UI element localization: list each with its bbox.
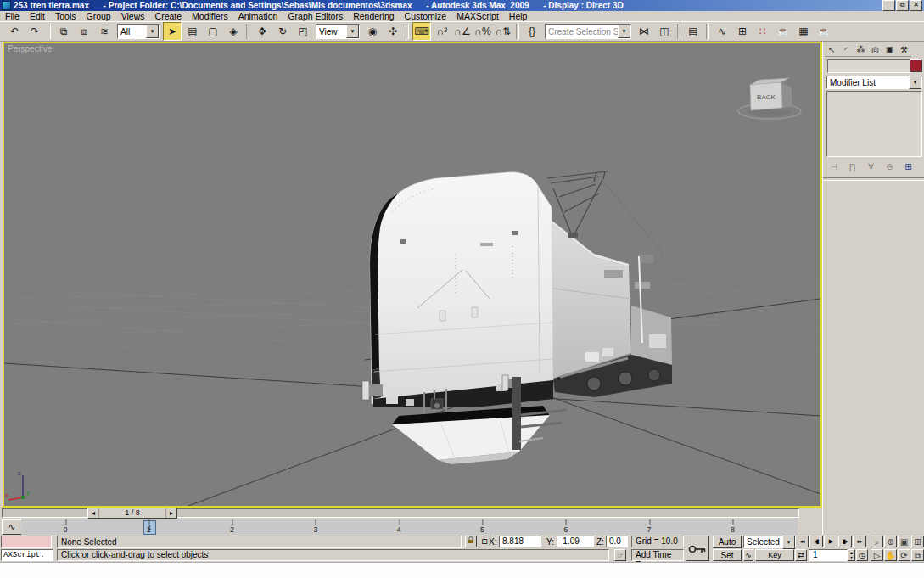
- selection-set-key-dropdown[interactable]: Selected ▾: [743, 536, 794, 548]
- rendered-frame-window-button[interactable]: ▦: [794, 22, 813, 41]
- y-coordinate-field[interactable]: -1.09: [557, 536, 594, 547]
- snaps-toggle-button[interactable]: ∩³: [433, 22, 451, 41]
- train-model[interactable]: [362, 171, 672, 464]
- make-unique-button[interactable]: ∀: [863, 160, 879, 174]
- z-coordinate-field[interactable]: 0.0: [606, 536, 628, 547]
- menu-graph-editors[interactable]: Graph Editors: [283, 11, 348, 21]
- select-object-button[interactable]: ➤: [163, 22, 182, 41]
- perspective-viewport[interactable]: Perspective: [3, 42, 822, 508]
- zoom-button[interactable]: ⌕: [871, 536, 883, 547]
- named-selection-sets-dropdown[interactable]: Create Selection Set▾: [545, 24, 631, 39]
- set-key-button[interactable]: Set Key: [713, 549, 742, 561]
- selection-filter-dropdown[interactable]: All▾: [117, 24, 160, 39]
- render-setup-button[interactable]: ☕: [774, 22, 792, 41]
- layer-manager-button[interactable]: ▤: [684, 22, 703, 41]
- object-color-swatch[interactable]: [910, 59, 922, 72]
- reference-coordinate-system-dropdown[interactable]: View▾: [316, 24, 360, 39]
- bind-to-space-warp-button[interactable]: ≋: [95, 22, 114, 41]
- time-slider-handle[interactable]: ◂ 1 / 8 ▸: [87, 508, 177, 519]
- pan-button[interactable]: ✋: [884, 549, 897, 561]
- previous-frame-arrow[interactable]: ◂: [88, 508, 99, 518]
- auto-key-button[interactable]: Auto Key: [713, 536, 742, 548]
- field-of-view-button[interactable]: ▷: [871, 549, 883, 561]
- rectangular-selection-region-button[interactable]: ▢: [204, 22, 222, 41]
- select-by-name-button[interactable]: ▤: [183, 22, 202, 41]
- select-and-scale-button[interactable]: ◰: [294, 22, 312, 41]
- previous-frame-button[interactable]: ◂▮: [809, 536, 823, 547]
- menu-views[interactable]: Views: [116, 11, 150, 21]
- add-time-tag-field[interactable]: Add Time Tag: [631, 549, 684, 561]
- window-crossing-button[interactable]: ◈: [224, 22, 243, 41]
- spinner-snap-toggle-button[interactable]: ∩⇅: [494, 22, 512, 41]
- close-button[interactable]: ✕: [910, 0, 922, 11]
- angle-snap-toggle-button[interactable]: ∩∠: [453, 22, 472, 41]
- next-frame-button[interactable]: ▮▸: [838, 536, 852, 547]
- selection-lock-toggle[interactable]: [465, 536, 477, 547]
- viewport-label[interactable]: Perspective: [8, 44, 52, 53]
- maxscript-mini-listener[interactable]: AXScript.: [1, 549, 53, 561]
- curve-editor-button[interactable]: ∿: [713, 22, 731, 41]
- menu-customize[interactable]: Customize: [400, 11, 452, 21]
- zoom-all-button[interactable]: ⊕: [884, 536, 897, 547]
- chevron-down-icon[interactable]: ▾: [782, 536, 795, 549]
- play-button[interactable]: ▶: [824, 536, 837, 547]
- percent-snap-toggle-button[interactable]: ∩%: [473, 22, 492, 41]
- restore-button[interactable]: ⧉: [896, 0, 909, 11]
- time-tag-icon[interactable]: ☞: [614, 549, 626, 561]
- maxscript-macro-recorder[interactable]: [1, 536, 52, 548]
- unlink-selection-button[interactable]: ⧈: [75, 22, 93, 41]
- chevron-down-icon[interactable]: ▾: [909, 76, 921, 89]
- use-pivot-point-center-button[interactable]: ◉: [363, 22, 382, 41]
- material-editor-button[interactable]: ∷: [753, 22, 772, 41]
- menu-modifiers[interactable]: Modifiers: [187, 11, 233, 21]
- mirror-button[interactable]: ⋈: [635, 22, 653, 41]
- menu-maxscript[interactable]: MAXScript: [451, 11, 504, 21]
- quick-render-button[interactable]: ☕: [815, 22, 833, 41]
- select-and-rotate-button[interactable]: ↻: [273, 22, 292, 41]
- maximize-viewport-button[interactable]: ⧉: [911, 549, 924, 561]
- edit-named-selection-sets-button[interactable]: {}: [523, 22, 541, 41]
- schematic-view-button[interactable]: ⊞: [733, 22, 752, 41]
- show-end-result-button[interactable]: ∏: [844, 160, 860, 174]
- go-to-end-button[interactable]: ▸▸: [853, 536, 866, 547]
- modifier-list-dropdown[interactable]: Modifier List ▾: [826, 76, 922, 89]
- arc-rotate-button[interactable]: ⟳: [898, 549, 910, 561]
- menu-rendering[interactable]: Rendering: [348, 11, 399, 21]
- zoom-extents-all-button[interactable]: ⊞: [911, 536, 924, 547]
- frame-spinner[interactable]: ▲▼: [848, 549, 855, 561]
- select-and-move-button[interactable]: ✥: [253, 22, 272, 41]
- menu-edit[interactable]: Edit: [25, 11, 50, 21]
- chevron-down-icon[interactable]: ▾: [346, 25, 359, 38]
- title-bar[interactable]: 253 tren tierra.max - Project Folder: C:…: [0, 0, 924, 11]
- modifier-stack-list[interactable]: [826, 91, 922, 157]
- view-cube[interactable]: BACK: [738, 78, 801, 119]
- configure-modifier-sets-button[interactable]: ⊞: [900, 160, 916, 174]
- pin-stack-button[interactable]: ⊣: [826, 160, 842, 174]
- chevron-down-icon[interactable]: ▾: [146, 25, 159, 38]
- redo-button[interactable]: ↷: [25, 22, 44, 41]
- tab-hierarchy[interactable]: ⁂: [854, 43, 868, 57]
- go-to-start-button[interactable]: ◂◂: [795, 536, 809, 547]
- select-and-manipulate-button[interactable]: ✣: [384, 22, 402, 41]
- remove-modifier-button[interactable]: ⊖: [882, 160, 898, 174]
- default-in-out-tangents-button[interactable]: ∿: [743, 549, 753, 561]
- next-frame-arrow[interactable]: ▸: [165, 508, 176, 518]
- open-mini-curve-editor-button[interactable]: ∿: [2, 519, 22, 535]
- chevron-down-icon[interactable]: ▾: [618, 25, 630, 38]
- menu-group[interactable]: Group: [81, 11, 116, 21]
- tab-motion[interactable]: ◎: [868, 43, 882, 57]
- key-filters-button[interactable]: Key Filters...: [755, 549, 794, 561]
- minimize-button[interactable]: _: [882, 0, 895, 11]
- x-coordinate-field[interactable]: 8.818: [499, 536, 541, 547]
- tab-create[interactable]: ↖: [825, 43, 839, 57]
- object-name-field[interactable]: [827, 59, 911, 73]
- align-button[interactable]: ◫: [655, 22, 674, 41]
- time-configuration-button[interactable]: ◷: [856, 549, 868, 561]
- menu-animation[interactable]: Animation: [233, 11, 283, 21]
- current-frame-field[interactable]: 1: [809, 549, 848, 561]
- undo-button[interactable]: ↶: [5, 22, 24, 41]
- tab-utilities[interactable]: ⚒: [897, 43, 911, 57]
- tab-display[interactable]: ▣: [882, 43, 897, 57]
- menu-file[interactable]: File: [0, 11, 25, 21]
- select-and-link-button[interactable]: ⧉: [54, 22, 73, 41]
